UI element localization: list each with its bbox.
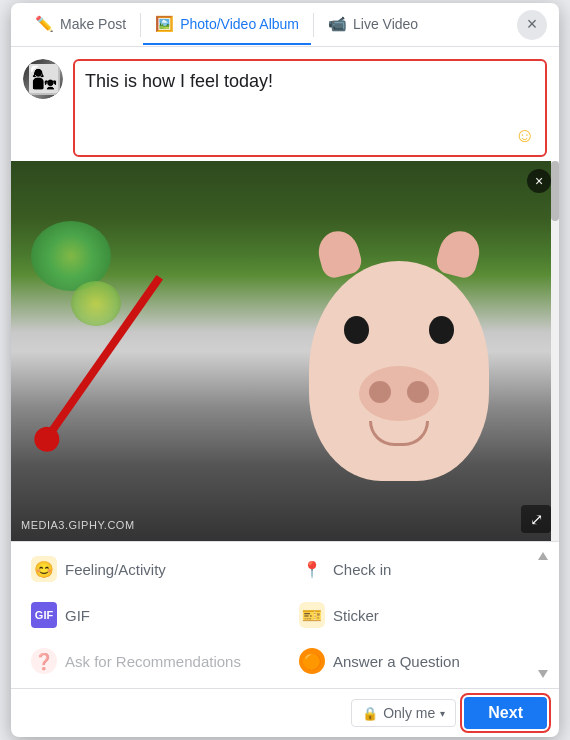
tab-photo-video-label: Photo/Video Album [180, 16, 299, 32]
scroll-up-arrow[interactable] [538, 552, 548, 560]
check-in-button[interactable]: 📍 Check in [287, 548, 551, 590]
post-text-input[interactable]: This is how I feel today! [85, 69, 535, 124]
actions-wrapper: 😊 Feeling/Activity 📍 Check in GIF GIF 🎫 … [19, 548, 551, 682]
avatar-image [23, 59, 63, 99]
pig-mouth [369, 421, 429, 446]
ask-recommendations-button[interactable]: ❓ Ask for Recommendations [19, 640, 283, 682]
bokeh-circle-2 [71, 281, 121, 326]
sticker-label: Sticker [333, 607, 379, 624]
checkin-icon: 📍 [299, 556, 325, 582]
gif-visual [11, 161, 559, 541]
header-divider-2 [313, 13, 314, 37]
pig-ear-right [434, 227, 484, 281]
chevron-down-icon: ▾ [440, 708, 445, 719]
create-post-modal: ✏️ Make Post 🖼️ Photo/Video Album 📹 Live… [11, 3, 559, 737]
pig-ear-left [314, 227, 364, 281]
feeling-icon: 😊 [31, 556, 57, 582]
ask-label: Ask for Recommendations [65, 653, 241, 670]
header-divider-1 [140, 13, 141, 37]
next-button[interactable]: Next [464, 697, 547, 729]
lock-icon: 🔒 [362, 706, 378, 721]
actions-section: 😊 Feeling/Activity 📍 Check in GIF GIF 🎫 … [11, 541, 559, 688]
pig-body [309, 261, 489, 481]
sticker-button[interactable]: 🎫 Sticker [287, 594, 551, 636]
text-input-wrapper: This is how I feel today! ☺ [73, 59, 547, 157]
tab-live-video[interactable]: 📹 Live Video [316, 5, 430, 45]
gif-scrollbar-thumb [551, 161, 559, 221]
pig-eye-left [344, 316, 369, 344]
actions-scrollbar [535, 548, 551, 682]
privacy-label: Only me [383, 705, 435, 721]
emoji-button[interactable]: ☺ [515, 124, 535, 147]
answer-icon: 🟠 [299, 648, 325, 674]
tab-make-post[interactable]: ✏️ Make Post [23, 5, 138, 45]
pig-eye-right [429, 316, 454, 344]
gif-scrollbar[interactable] [551, 161, 559, 541]
modal-header: ✏️ Make Post 🖼️ Photo/Video Album 📹 Live… [11, 3, 559, 47]
actions-grid: 😊 Feeling/Activity 📍 Check in GIF GIF 🎫 … [19, 548, 551, 682]
sticker-icon: 🎫 [299, 602, 325, 628]
scroll-down-arrow[interactable] [538, 670, 548, 678]
gif-expand-button[interactable]: ⤢ [521, 505, 551, 533]
answer-question-button[interactable]: 🟠 Answer a Question [287, 640, 551, 682]
gif-source-label: MEDIA3.GIPHY.COM [21, 519, 135, 531]
answer-label: Answer a Question [333, 653, 460, 670]
gif-container: × MEDIA3.GIPHY.COM ⤢ [11, 161, 559, 541]
modal-footer: 🔒 Only me ▾ Next [11, 688, 559, 737]
feeling-label: Feeling/Activity [65, 561, 166, 578]
tab-make-post-label: Make Post [60, 16, 126, 32]
privacy-button[interactable]: 🔒 Only me ▾ [351, 699, 456, 727]
gif-label: GIF [65, 607, 90, 624]
stick-end [29, 422, 64, 457]
pig-snout [359, 366, 439, 421]
gif-icon: GIF [31, 602, 57, 628]
pig-face [299, 241, 499, 481]
checkin-label: Check in [333, 561, 391, 578]
tab-live-video-label: Live Video [353, 16, 418, 32]
live-video-icon: 📹 [328, 15, 347, 33]
gif-close-button[interactable]: × [527, 169, 551, 193]
photo-video-icon: 🖼️ [155, 15, 174, 33]
feeling-activity-button[interactable]: 😊 Feeling/Activity [19, 548, 283, 590]
make-post-icon: ✏️ [35, 15, 54, 33]
post-area: This is how I feel today! ☺ [11, 47, 559, 161]
tab-photo-video[interactable]: 🖼️ Photo/Video Album [143, 5, 311, 45]
avatar [23, 59, 63, 99]
gif-button[interactable]: GIF GIF [19, 594, 283, 636]
ask-icon: ❓ [31, 648, 57, 674]
close-button[interactable]: × [517, 10, 547, 40]
